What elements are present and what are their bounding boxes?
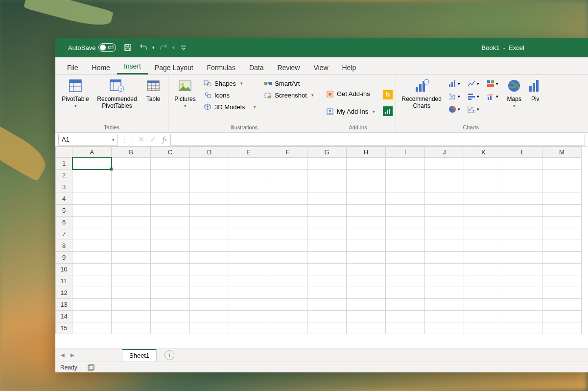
cell-J9[interactable] [425,252,464,264]
cell-C6[interactable] [151,217,190,228]
cell-C4[interactable] [151,193,190,205]
save-button[interactable] [121,41,135,54]
cell-H5[interactable] [347,205,386,217]
cell-I2[interactable] [386,170,425,181]
cell-M15[interactable] [542,322,582,334]
cell-F4[interactable] [268,193,307,205]
cell-M10[interactable] [542,264,582,275]
cell-C7[interactable] [151,228,190,240]
cell-D4[interactable] [190,193,229,205]
cell-G15[interactable] [307,322,347,334]
cell-G11[interactable] [307,275,347,287]
row-header-5[interactable]: 5 [56,205,72,217]
cell-E3[interactable] [229,181,268,193]
cell-M12[interactable] [542,287,582,299]
my-addins-button[interactable]: My Add-ins [323,106,378,117]
row-header-14[interactable]: 14 [56,311,72,322]
column-header-G[interactable]: G [307,147,347,158]
row-header-9[interactable]: 9 [56,252,72,264]
cell-I3[interactable] [386,181,425,193]
column-chart-button[interactable]: ▾ [446,78,462,90]
cell-C3[interactable] [151,181,190,193]
cell-C5[interactable] [151,205,190,217]
redo-dropdown[interactable]: ▾ [172,45,175,50]
cell-H6[interactable] [347,217,386,228]
cell-I8[interactable] [386,240,425,252]
cell-L15[interactable] [503,322,542,334]
cell-M14[interactable] [542,311,582,322]
cell-K2[interactable] [464,170,503,181]
table-button[interactable]: Table [141,77,165,103]
cell-I15[interactable] [386,322,425,334]
cell-D3[interactable] [190,181,229,193]
cell-F13[interactable] [268,299,307,311]
cell-H1[interactable] [347,158,386,170]
cell-L1[interactable] [503,158,542,170]
cell-F10[interactable] [268,264,307,275]
cell-B15[interactable] [112,322,151,334]
cell-K1[interactable] [464,158,503,170]
row-header-8[interactable]: 8 [56,240,72,252]
cell-H2[interactable] [347,170,386,181]
cell-L12[interactable] [503,287,542,299]
cell-H3[interactable] [347,181,386,193]
cell-A4[interactable] [72,193,112,205]
maps-button[interactable]: Maps ▾ [502,77,526,110]
cell-M1[interactable] [542,158,582,170]
worksheet-grid[interactable]: ABCDEFGHIJKLM123456789101112131415 [55,147,588,348]
cell-E11[interactable] [229,275,268,287]
cell-A8[interactable] [72,240,112,252]
autosave-toggle[interactable]: AutoSave Off [68,43,116,52]
cell-F8[interactable] [268,240,307,252]
bing-maps-addin-button[interactable]: b [383,90,393,99]
row-header-1[interactable]: 1 [56,158,72,170]
cell-E4[interactable] [229,193,268,205]
column-header-M[interactable]: M [542,147,582,158]
sheet-nav-next[interactable]: ▶ [68,351,77,360]
icons-button[interactable]: Icons [201,90,259,100]
cell-L2[interactable] [503,170,542,181]
cell-M8[interactable] [542,240,582,252]
cell-J4[interactable] [425,193,464,205]
screenshot-button[interactable]: + Screenshot [261,90,317,100]
cell-C8[interactable] [151,240,190,252]
cell-K6[interactable] [464,217,503,228]
cell-B2[interactable] [112,170,151,181]
cell-D8[interactable] [190,240,229,252]
scatter-chart-button[interactable]: ▾ [465,103,481,115]
cell-B14[interactable] [112,311,151,322]
row-header-7[interactable]: 7 [56,228,72,240]
cell-J12[interactable] [425,287,464,299]
pivottable-button[interactable]: PivotTable ▾ [58,77,93,110]
cell-H10[interactable] [347,264,386,275]
cell-G1[interactable] [307,158,347,170]
cell-E15[interactable] [229,322,268,334]
cell-L7[interactable] [503,228,542,240]
cell-I10[interactable] [386,264,425,275]
cell-M5[interactable] [542,205,582,217]
cell-E12[interactable] [229,287,268,299]
cell-M13[interactable] [542,299,582,311]
cell-M3[interactable] [542,181,582,193]
cell-D11[interactable] [190,275,229,287]
column-header-E[interactable]: E [229,147,268,158]
cell-J15[interactable] [425,322,464,334]
cell-I1[interactable] [386,158,425,170]
recommended-pivottables-button[interactable]: ? Recommended PivotTables [94,77,140,111]
column-header-K[interactable]: K [464,147,503,158]
cell-I7[interactable] [386,228,425,240]
cell-J6[interactable] [425,217,464,228]
cell-I14[interactable] [386,311,425,322]
row-header-12[interactable]: 12 [56,287,72,299]
cell-I13[interactable] [386,299,425,311]
cell-B7[interactable] [112,228,151,240]
cell-G12[interactable] [307,287,347,299]
cell-A2[interactable] [72,170,112,181]
cell-B6[interactable] [112,217,151,228]
cell-L9[interactable] [503,252,542,264]
row-header-15[interactable]: 15 [56,322,72,334]
cell-D2[interactable] [190,170,229,181]
cell-B9[interactable] [112,252,151,264]
combo-chart-button[interactable]: ▾ [484,91,500,102]
autosave-switch[interactable]: Off [98,43,116,52]
